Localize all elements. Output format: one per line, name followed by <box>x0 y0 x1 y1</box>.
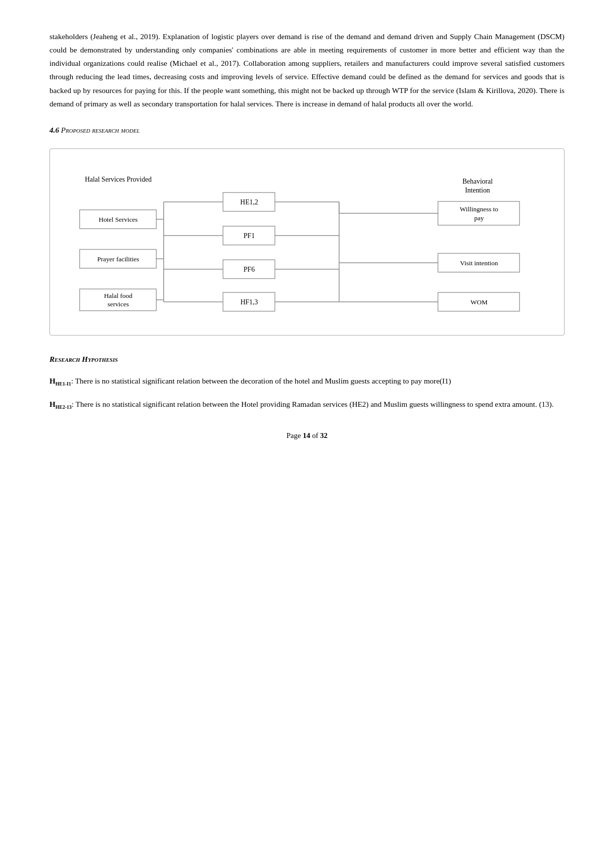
page-total: 32 <box>320 432 328 439</box>
body-paragraph: stakeholders (Jeaheng et al., 2019). Exp… <box>49 30 565 110</box>
halal-food-label-2: services <box>107 300 129 307</box>
h1-prefix: HHE1-I1 <box>49 377 71 385</box>
section-number: 4.6 <box>49 126 61 134</box>
willingness-label-1: Willingness to <box>460 205 498 213</box>
h1-sub: HE1-I1 <box>55 381 71 386</box>
right-title-line1: Behavioral <box>463 178 493 185</box>
hotel-services-label: Hotel Services <box>98 216 138 223</box>
he12-label: HE1,2 <box>240 198 258 206</box>
research-hypothesis-heading: Research Hypothesis <box>49 353 565 366</box>
h1-text: : There is no statistical significant re… <box>71 377 451 385</box>
visit-intention-label: Visit intention <box>460 259 498 266</box>
hypothesis-2: HHE2-13: There is no statistical signifi… <box>49 397 565 412</box>
hf13-label: HF1,3 <box>240 298 258 305</box>
page-number: 14 <box>303 432 310 439</box>
section-heading: 4.6 4.6 Proposed research modelProposed … <box>49 124 565 137</box>
diagram-svg: Halal Services Provided Hotel Services P… <box>60 163 554 321</box>
h2-prefix: HHE2-13 <box>49 400 72 408</box>
pf1-label: PF1 <box>243 232 255 240</box>
research-model-diagram: Halal Services Provided Hotel Services P… <box>49 148 565 336</box>
hypothesis-1: HHE1-I1: There is no statistical signifi… <box>49 374 565 388</box>
page-footer: Page 14 of 32 <box>49 430 565 441</box>
h2-sub: HE2-13 <box>55 404 72 410</box>
h2-text: : There is no statistical significant re… <box>72 400 554 408</box>
wom-label: WOM <box>471 298 487 305</box>
rh-title: Research Hypothesis <box>49 355 118 363</box>
pf6-label: PF6 <box>243 265 255 273</box>
willingness-label-2: pay <box>474 214 484 222</box>
prayer-facilities-label: Prayer facilities <box>97 255 139 263</box>
diagram-svg-area: Halal Services Provided Hotel Services P… <box>60 163 554 321</box>
halal-food-label-1: Halal food <box>104 291 132 299</box>
right-title-line2: Intention <box>465 187 490 194</box>
left-title-text: Halal Services Provided <box>85 176 151 183</box>
